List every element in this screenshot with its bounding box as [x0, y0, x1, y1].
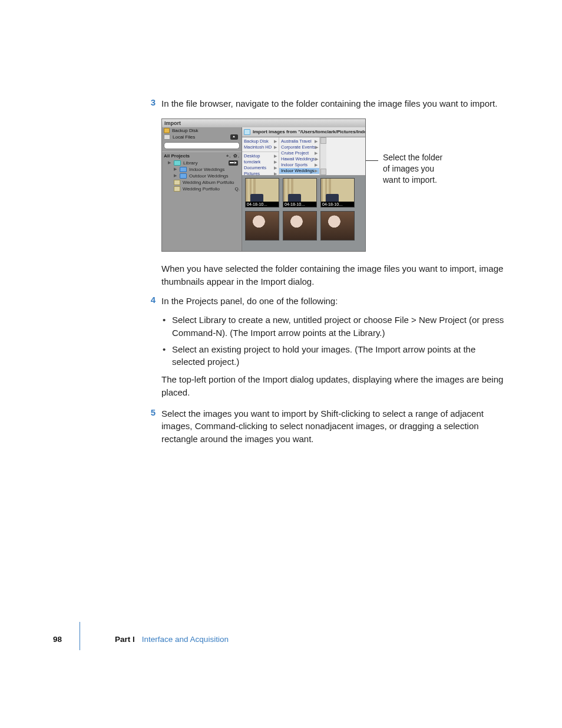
tree-item-label: Indoor Weddings	[189, 167, 224, 172]
step-4-number: 4	[145, 295, 156, 305]
drive-icon	[164, 134, 170, 140]
browser-row[interactable]: Hawaii Weddings▶	[279, 156, 319, 162]
footer-rule	[80, 622, 80, 650]
image-thumbnail[interactable]: 04-18-10…	[283, 178, 317, 207]
source-backup-label: Backup Disk	[172, 128, 198, 133]
figure-import-dialog: Import Backup Disk Local Files	[161, 118, 510, 252]
page-number: 98	[53, 635, 62, 644]
step-4-tail: The top-left portion of the Import dialo…	[161, 373, 510, 399]
import-path-header: Import images from "/Users/tomclark/Pict…	[242, 127, 366, 137]
source-search-input[interactable]	[164, 142, 240, 149]
step-3-text: In the file browser, navigate to the fol…	[161, 97, 497, 110]
image-thumbnail[interactable]	[283, 211, 317, 241]
source-local-label: Local Files	[173, 134, 195, 140]
folder-icon	[180, 173, 187, 179]
projects-tools[interactable]: +. ✿.	[226, 153, 240, 159]
step-4-lead: In the Projects panel, do one of the fol…	[161, 295, 510, 308]
projects-header[interactable]: All Projects +. ✿.	[162, 151, 242, 160]
footer-section: Interface and Acquisition	[142, 635, 229, 644]
step-4-body: In the Projects panel, do one of the fol…	[161, 295, 510, 398]
source-backup-disk[interactable]: Backup Disk	[162, 127, 242, 134]
browser-row[interactable]: Indoor Weddings▶	[279, 168, 319, 174]
browser-row[interactable]: Backup Disk▶	[242, 139, 279, 144]
image-thumbnail[interactable]: 04-18-10…	[245, 178, 279, 207]
thumbnail-caption: 04-18-10…	[246, 202, 279, 207]
source-local-files[interactable]: Local Files	[162, 134, 242, 140]
browser-row[interactable]: Desktop▶	[242, 153, 279, 159]
column-browser[interactable]: Backup Disk▶Macintosh HD▶Desktop▶tomclar…	[242, 137, 366, 176]
step-3: 3 In the file browser, navigate to the f…	[145, 97, 510, 110]
callout-leader-line	[365, 160, 378, 161]
sources-panel: Backup Disk Local Files All Projects +. …	[162, 127, 242, 251]
import-right-panel: Import images from "/Users/tomclark/Pict…	[242, 127, 366, 251]
tree-wedding-album-portfolio[interactable]: Wedding Album Portfolio	[162, 179, 242, 186]
callout-line: Select the folder	[383, 152, 442, 163]
browser-row[interactable]: Pictures▶	[242, 171, 279, 175]
library-icon	[174, 160, 181, 166]
browser-column-1[interactable]: Backup Disk▶Macintosh HD▶Desktop▶tomclar…	[242, 137, 279, 175]
import-path-text: Import images from "/Users/tomclark/Pict…	[253, 129, 366, 134]
figure-callout: Select the folder of images you want to …	[365, 118, 442, 186]
eject-icon[interactable]	[230, 134, 238, 140]
tree-item-label: Wedding Portfolio	[183, 186, 220, 192]
search-icon[interactable]: Q.	[235, 186, 240, 192]
browser-row[interactable]: Australia Travel▶	[279, 139, 319, 144]
step-5-text: Select the images you want to import by …	[161, 407, 510, 446]
disclosure-icon[interactable]: ▶	[174, 173, 177, 178]
folder-icon	[180, 167, 187, 172]
image-thumbnail[interactable]: 04-18-10…	[320, 178, 355, 207]
footer-part: Part I	[115, 635, 135, 644]
step-4: 4 In the Projects panel, do one of the f…	[145, 295, 510, 398]
scroll-down-icon[interactable]	[320, 169, 326, 175]
thumbnail-caption: 04-18-10…	[283, 202, 316, 207]
folder-icon	[244, 129, 250, 135]
step-5: 5 Select the images you want to import b…	[145, 407, 510, 446]
browser-row[interactable]: Cruise Project▶	[279, 150, 319, 156]
tree-item-label: Outdoor Weddings	[189, 173, 229, 179]
browser-row[interactable]: Documents▶	[242, 165, 279, 171]
tree-library[interactable]: ▶ Library	[162, 160, 242, 166]
import-destination-arrow-icon	[229, 160, 238, 166]
tree-item-label: Wedding Album Portfolio	[183, 180, 234, 185]
projects-header-label: All Projects	[164, 153, 190, 159]
tree-outdoor-weddings[interactable]: ▶ Outdoor Weddings	[162, 173, 242, 179]
browser-column-2[interactable]: Australia Travel▶Corporate Events▶Cruise…	[279, 137, 320, 175]
album-icon	[174, 186, 180, 192]
browser-row[interactable]: Corporate Events▶	[279, 144, 319, 150]
browser-row[interactable]: tomclark▶	[242, 159, 279, 165]
tree-indoor-weddings[interactable]: ▶ Indoor Weddings	[162, 166, 242, 173]
import-dialog: Import Backup Disk Local Files	[161, 118, 366, 252]
browser-row[interactable]: Outdoor Sports▶	[279, 174, 319, 175]
thumbnail-caption: 04-18-10…	[321, 202, 354, 207]
disclosure-icon[interactable]: ▶	[168, 160, 171, 165]
browser-row[interactable]: Macintosh HD▶	[242, 144, 279, 150]
callout-line: of images you	[383, 163, 442, 174]
scroll-up-icon[interactable]	[320, 137, 326, 144]
disk-icon	[164, 128, 170, 133]
album-icon	[174, 180, 180, 185]
callout-line: want to import.	[383, 174, 442, 186]
tree-wedding-portfolio[interactable]: Wedding Portfolio Q.	[162, 186, 242, 192]
step-5-number: 5	[145, 407, 156, 417]
step-3-number: 3	[145, 97, 156, 107]
disclosure-icon[interactable]: ▶	[174, 167, 177, 172]
browser-scrollbar[interactable]	[320, 137, 326, 175]
image-thumbnail[interactable]	[320, 211, 355, 241]
import-title: Import	[162, 119, 365, 128]
browser-row[interactable]: Indoor Sports▶	[279, 162, 319, 168]
tree-library-label: Library	[183, 160, 197, 166]
step-3-followup: When you have selected the folder contai…	[161, 262, 510, 288]
image-thumbnail[interactable]	[245, 211, 279, 241]
step-4-bullet-2: Select an existing project to hold your …	[161, 343, 510, 369]
thumbnail-grid[interactable]: 04-18-10… 04-18-10… 04-18-10…	[242, 176, 366, 251]
step-4-bullet-1: Select Library to create a new, untitled…	[161, 314, 510, 340]
